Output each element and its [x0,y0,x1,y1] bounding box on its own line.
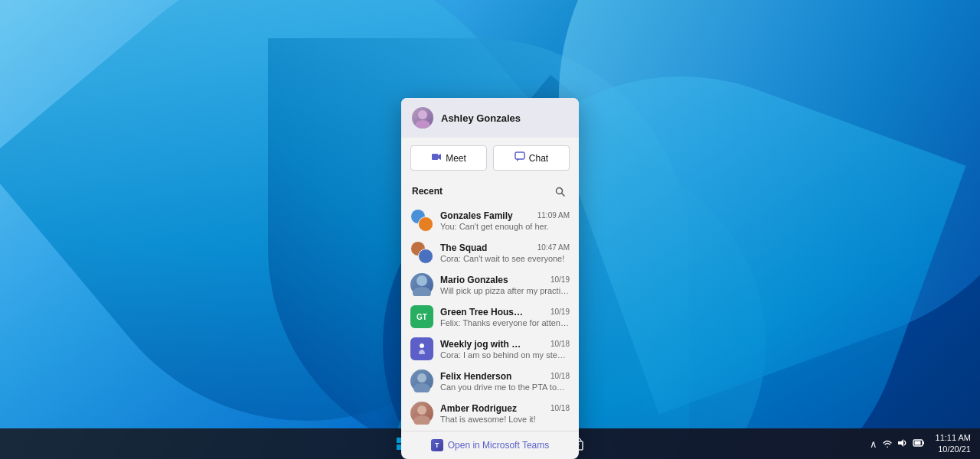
list-item[interactable]: Gonzales Family 11:09 AM You: Can't get … [401,204,579,236]
chat-info: Felix Henderson 10/18 Can you drive me t… [440,371,570,392]
avatar [410,369,433,392]
clock-date: 10/20/21 [936,444,971,455]
chat-time: 10:47 AM [537,243,570,252]
chat-list: Gonzales Family 11:09 AM You: Can't get … [401,203,579,431]
chat-label: Chat [529,153,548,164]
svg-point-12 [417,405,426,415]
list-item[interactable]: Amber Rodriguez 10/18 That is awesome! L… [401,397,579,429]
chat-preview: Cora: I am so behind on my step goals. [440,350,570,360]
svg-line-7 [561,193,564,196]
chat-name: Gonzales Family [440,210,513,221]
battery-icon[interactable] [913,438,925,450]
chat-time: 10/18 [550,404,570,412]
clock-time: 11:11 AM [936,432,971,444]
meet-icon [431,151,442,164]
chat-name: Green Tree House PTA [440,307,524,317]
chat-name: Weekly jog with Cora [440,339,524,350]
list-item[interactable]: Mario Gonzales 10/19 Will pick up pizza … [401,269,579,301]
chevron-icon[interactable]: ∧ [870,438,877,450]
svg-point-0 [418,110,427,119]
chat-name: Mario Gonzales [440,275,508,285]
chat-time: 10/19 [550,308,570,316]
chat-info: Weekly jog with Cora 10/18 Cora: I am so… [440,339,570,360]
action-buttons: Meet Chat [401,138,579,178]
chat-time: 10/18 [550,340,570,348]
recent-label: Recent [412,186,443,197]
svg-point-8 [416,275,427,286]
clock[interactable]: 11:11 AM 10/20/21 [936,432,971,456]
svg-marker-3 [438,154,441,160]
svg-point-13 [413,415,430,425]
chat-info: Mario Gonzales 10/19 Will pick up pizza … [440,275,570,295]
chat-preview: Felix: Thanks everyone for attending tod… [440,318,570,327]
svg-marker-5 [517,159,519,161]
meet-label: Meet [446,153,466,164]
chat-icon [514,151,525,164]
avatar [410,241,433,264]
chat-preview: Cora: Can't wait to see everyone! [440,254,570,263]
svg-point-10 [417,373,426,382]
chat-time: 11:09 AM [537,211,570,220]
chat-preview: Can you drive me to the PTA today? [440,382,570,392]
chat-preview: Will pick up pizza after my practice. [440,286,570,295]
teams-logo-icon: T [431,439,443,451]
list-item[interactable]: Felix Henderson 10/18 Can you drive me t… [401,365,579,397]
desktop: Ashley Gonzales Meet [0,0,980,459]
chat-name: Felix Henderson [440,371,511,382]
user-avatar [412,107,433,129]
svg-rect-35 [923,441,924,444]
svg-marker-32 [898,439,903,447]
chat-preview: That is awesome! Love it! [440,415,570,424]
list-item[interactable]: The Squad 10:47 AM Cora: Can't wait to s… [401,236,579,269]
svg-rect-34 [914,441,920,444]
chat-info: Green Tree House PTA 10/19 Felix: Thanks… [440,307,570,327]
svg-rect-4 [515,152,524,159]
meet-button[interactable]: Meet [410,145,487,171]
svg-rect-2 [432,154,438,160]
avatar: GT [410,305,433,328]
svg-point-11 [413,383,430,392]
chat-info: Gonzales Family 11:09 AM You: Can't get … [440,210,570,231]
chat-name: The Squad [440,243,487,253]
chat-button[interactable]: Chat [493,145,570,171]
avatar [410,402,433,425]
avatar [410,273,433,296]
chat-time: 10/19 [550,275,570,284]
avatar [410,209,433,232]
chat-info: Amber Rodriguez 10/18 That is awesome! L… [440,403,570,424]
open-teams-button[interactable]: T Open in Microsoft Teams [401,431,579,459]
avatar [410,337,433,360]
wifi-icon[interactable] [882,438,893,450]
svg-point-1 [415,120,430,129]
search-recent-button[interactable] [551,183,568,200]
volume-icon[interactable] [897,438,908,450]
user-name: Ashley Gonzales [441,112,521,124]
open-teams-label: Open in Microsoft Teams [448,440,550,451]
system-tray: ∧ [870,432,971,456]
chat-time: 10/18 [550,372,570,380]
recent-header: Recent [401,178,579,203]
chat-preview: You: Can't get enough of her. [440,222,570,231]
chat-name: Amber Rodriguez [440,403,517,414]
popup-header: Ashley Gonzales [401,98,579,138]
tray-icons: ∧ [870,438,925,450]
chat-popup: Ashley Gonzales Meet [401,98,579,459]
svg-point-9 [413,287,431,296]
list-item[interactable]: Weekly jog with Cora 10/18 Cora: I am so… [401,333,579,365]
list-item[interactable]: GT Green Tree House PTA 10/19 Felix: Tha… [401,301,579,333]
chat-info: The Squad 10:47 AM Cora: Can't wait to s… [440,243,570,263]
